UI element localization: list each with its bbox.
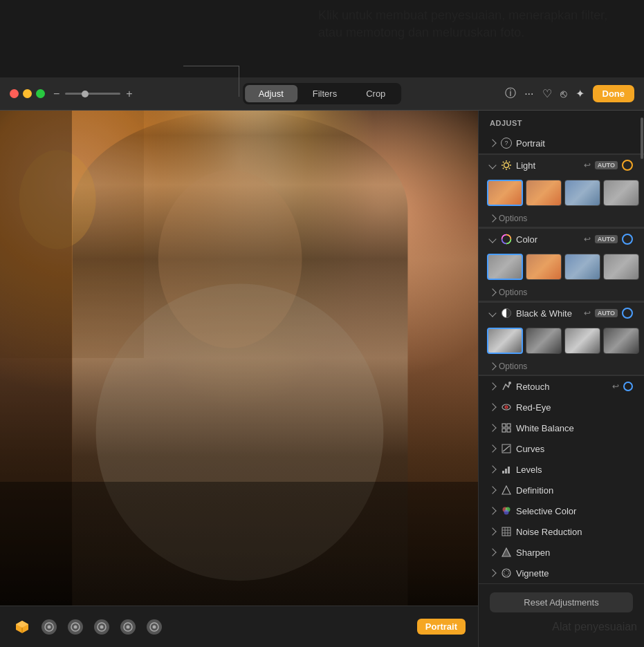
selectivecolor-chevron [488, 507, 496, 514]
noisereduction-item[interactable]: Noise Reduction [479, 521, 644, 542]
cube-icon[interactable] [14, 619, 30, 635]
done-button[interactable]: Done [593, 85, 635, 102]
vignette-item[interactable]: Vignette [479, 563, 644, 583]
color-thumb-4[interactable] [603, 254, 639, 280]
light-thumb-3[interactable] [564, 180, 600, 206]
maximize-button[interactable] [36, 89, 45, 98]
svg-marker-51 [502, 548, 510, 556]
color-thumbnails [479, 250, 644, 284]
bw-thumb-1[interactable] [487, 328, 523, 354]
bw-thumbnails [479, 324, 644, 358]
light-label: Light [516, 160, 535, 171]
bw-header[interactable]: Black & White ↩ AUTO [479, 303, 644, 324]
portrait-section[interactable]: ? Portrait [479, 133, 644, 153]
retouch-icon [501, 381, 512, 392]
color-header[interactable]: Color ↩ AUTO [479, 229, 644, 250]
svg-point-45 [504, 510, 509, 515]
tab-group: Adjust Filters Crop [243, 83, 402, 104]
whitebalance-chevron [488, 424, 496, 431]
levels-item[interactable]: Levels [479, 459, 644, 480]
bottom-left-icons [14, 619, 162, 635]
tab-crop[interactable]: Crop [352, 85, 399, 102]
color-thumb-2[interactable] [526, 254, 562, 280]
view-icon-3[interactable] [94, 619, 109, 635]
svg-rect-35 [507, 424, 510, 427]
info-icon[interactable]: ⓘ [505, 86, 516, 101]
light-toggle[interactable] [622, 160, 633, 171]
light-auto-badge[interactable]: AUTO [595, 161, 618, 169]
light-thumb-2[interactable] [526, 180, 562, 206]
retouch-chevron [488, 382, 496, 390]
close-button[interactable] [10, 89, 19, 98]
retouch-toggle[interactable] [623, 382, 633, 391]
zoom-out-button[interactable]: − [53, 88, 59, 100]
bw-undo-icon[interactable]: ↩ [584, 308, 591, 318]
vignette-svg [502, 568, 511, 578]
light-thumb-4[interactable] [603, 180, 639, 206]
light-options-label: Options [499, 214, 527, 223]
share-icon[interactable]: ⎋ [560, 88, 567, 100]
view-icon-4[interactable] [120, 619, 136, 635]
bw-auto-badge[interactable]: AUTO [595, 309, 618, 317]
dot-icon-5 [149, 622, 159, 632]
magic-icon[interactable]: ✦ [576, 87, 585, 100]
dot-icon-4 [123, 622, 133, 632]
color-auto-badge[interactable]: AUTO [595, 235, 618, 243]
light-header[interactable]: Light ↩ AUTO [479, 155, 644, 176]
scrollbar-track [640, 111, 644, 647]
whitebalance-svg [502, 423, 511, 433]
light-undo-icon[interactable]: ↩ [584, 160, 591, 170]
photo-overlay [0, 111, 479, 606]
levels-icon [501, 464, 512, 475]
bw-options-chevron [488, 362, 496, 370]
color-options[interactable]: Options [479, 284, 644, 301]
svg-rect-36 [502, 429, 506, 432]
redeye-icon [501, 402, 512, 413]
scrollbar-thumb[interactable] [641, 118, 643, 159]
redeye-svg [502, 402, 511, 412]
curves-item[interactable]: Curves [479, 438, 644, 459]
color-thumb-3[interactable] [564, 254, 600, 280]
bw-toggle[interactable] [622, 308, 633, 319]
vignette-label: Vignette [516, 568, 549, 579]
retouch-item[interactable]: Retouch ↩ [479, 376, 644, 397]
bw-thumb-2[interactable] [526, 328, 562, 354]
svg-point-12 [74, 625, 77, 628]
sharpen-icon [501, 547, 512, 558]
bw-section: Black & White ↩ AUTO Options [479, 302, 644, 375]
selectivecolor-item[interactable]: Selective Color [479, 500, 644, 521]
retouch-undo[interactable]: ↩ [612, 382, 619, 391]
bw-thumb-4[interactable] [603, 328, 639, 354]
tab-adjust[interactable]: Adjust [245, 85, 297, 102]
zoom-slider[interactable] [65, 93, 120, 95]
svg-rect-5 [0, 482, 479, 606]
view-icon-5[interactable] [147, 619, 162, 635]
bw-icon [501, 308, 512, 319]
bw-thumb-3[interactable] [564, 328, 600, 354]
color-thumb-1[interactable] [487, 254, 523, 280]
reset-button[interactable]: Reset Adjustments [490, 592, 633, 612]
light-thumb-1[interactable] [487, 180, 523, 206]
light-options[interactable]: Options [479, 210, 644, 227]
tab-filters[interactable]: Filters [299, 85, 351, 102]
minimize-button[interactable] [23, 89, 32, 98]
definition-item[interactable]: Definition [479, 480, 644, 500]
portrait-badge[interactable]: Portrait [417, 619, 466, 635]
view-icon-2[interactable] [68, 619, 83, 635]
sharpen-item[interactable]: Sharpen [479, 542, 644, 563]
whitebalance-label: White Balance [516, 423, 574, 433]
color-undo-icon[interactable]: ↩ [584, 234, 591, 244]
zoom-in-button[interactable]: + [126, 88, 132, 100]
view-icon-1[interactable] [42, 619, 57, 635]
selectivecolor-label: Selective Color [516, 506, 576, 516]
bw-options[interactable]: Options [479, 358, 644, 375]
more-icon[interactable]: ··· [524, 88, 533, 100]
dot-icon-1 [44, 622, 54, 632]
color-toggle[interactable] [622, 234, 633, 245]
whitebalance-item[interactable]: White Balance [479, 418, 644, 438]
redeye-item[interactable]: Red-Eye [479, 397, 644, 418]
caption-text: Alat penyesuaian [552, 621, 637, 632]
definition-label: Definition [516, 485, 553, 496]
heart-icon[interactable]: ♡ [542, 87, 552, 100]
right-panel: ADJUST ? Portrait Light ↩ AUTO [478, 111, 644, 647]
